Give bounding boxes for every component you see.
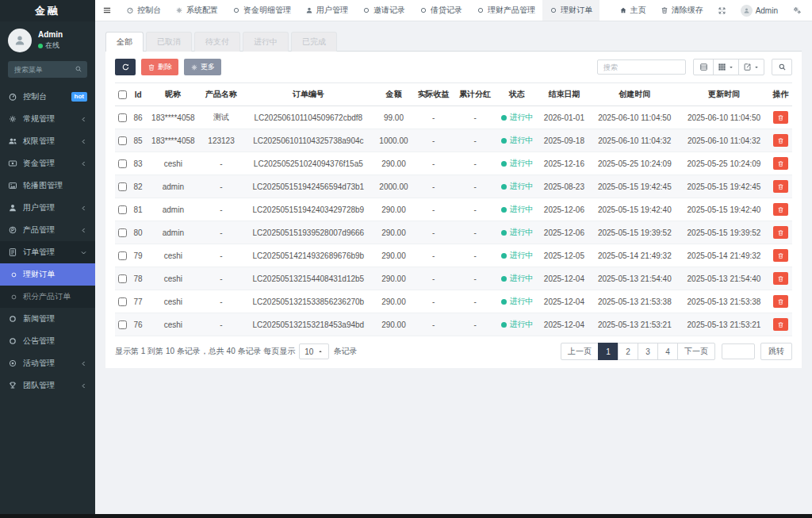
- page-size-select[interactable]: 10: [299, 343, 329, 359]
- clear-cache-link[interactable]: 清除缓存: [653, 0, 710, 21]
- status-tab[interactable]: 全部: [105, 32, 144, 52]
- cell-nickname: ceshi: [146, 244, 201, 267]
- topnav-item[interactable]: 理财订单: [542, 0, 599, 21]
- sidebar-item[interactable]: 团队管理: [0, 374, 95, 397]
- sidebar-item[interactable]: 权限管理: [0, 130, 95, 152]
- menu-icon: [102, 6, 112, 15]
- delete-row-button[interactable]: [773, 157, 788, 170]
- table-toolbar-right: [597, 59, 792, 75]
- cell-order-no: LC202505251024094376f15a5: [242, 152, 374, 175]
- sidebar-item[interactable]: 公告管理: [0, 330, 95, 352]
- delete-row-button[interactable]: [773, 180, 788, 193]
- topnav-item[interactable]: 系统配置: [168, 0, 225, 21]
- gear-icon: [190, 63, 198, 71]
- row-checkbox[interactable]: [118, 297, 127, 306]
- fullscreen-toggle-button[interactable]: [710, 0, 733, 21]
- sidebar-item[interactable]: 新闻管理: [0, 308, 95, 330]
- row-checkbox[interactable]: [118, 274, 127, 283]
- compress-icon: [718, 6, 726, 15]
- sidebar-item[interactable]: 轮播图管理: [0, 175, 95, 197]
- sidebar-subitem[interactable]: 理财订单: [0, 263, 95, 286]
- more-button[interactable]: 更多: [184, 59, 221, 75]
- status-tab[interactable]: 已取消: [146, 32, 192, 52]
- table-header-row: Id昵称产品名称订单编号金额实际收益累计分红状态结束日期创建时间更新时间操作: [115, 83, 792, 106]
- cogs-icon: [792, 6, 802, 15]
- cell-id: 79: [130, 244, 146, 267]
- cell-order-no: LC202506101104509672cbdf8: [242, 106, 374, 129]
- prev-page-button[interactable]: 上一页: [561, 343, 599, 360]
- sidebar-item[interactable]: 控制台hot: [0, 86, 95, 108]
- status-dot: [501, 207, 507, 213]
- cell-order-no: LC202505151939528007d9666: [242, 221, 374, 244]
- topnav-item[interactable]: 用户管理: [298, 0, 355, 21]
- cell-id: 86: [130, 106, 146, 129]
- page-number-button[interactable]: 1: [598, 343, 619, 360]
- sidebar-item[interactable]: 常规管理: [0, 108, 95, 130]
- column-header: 实际收益: [412, 83, 454, 106]
- search-button[interactable]: [772, 59, 792, 75]
- topnav-item[interactable]: 控制台: [119, 0, 168, 21]
- status-tab[interactable]: 已完成: [291, 32, 337, 52]
- cell-status: 进行中: [496, 221, 538, 244]
- topnav-item[interactable]: 资金明细管理: [225, 0, 298, 21]
- page-number-button[interactable]: 3: [638, 343, 658, 360]
- delete-row-button[interactable]: [773, 272, 788, 285]
- user-icon: [743, 7, 750, 14]
- row-checkbox[interactable]: [118, 320, 127, 329]
- topnav-item[interactable]: 邀请记录: [355, 0, 412, 21]
- row-checkbox[interactable]: [118, 113, 127, 122]
- sidebar-toggle-button[interactable]: [95, 0, 119, 21]
- delete-row-button[interactable]: [773, 318, 788, 331]
- sidebar-item[interactable]: 活动管理: [0, 352, 95, 374]
- row-checkbox[interactable]: [118, 205, 127, 214]
- sidebar-item[interactable]: 订单管理: [0, 241, 95, 263]
- delete-button[interactable]: 删除: [141, 59, 178, 75]
- delete-row-button[interactable]: [773, 295, 788, 308]
- cell-nickname: admin: [146, 198, 201, 221]
- export-button[interactable]: [738, 59, 764, 75]
- delete-row-button[interactable]: [773, 134, 788, 147]
- topnav-item[interactable]: 借贷记录: [412, 0, 469, 21]
- pagination: 显示第 1 到第 10 条记录，总共 40 条记录 每页显示 10 条记录 上一…: [115, 343, 792, 360]
- delete-row-button[interactable]: [773, 203, 788, 216]
- sidebar-item[interactable]: 产品管理: [0, 219, 95, 241]
- row-checkbox[interactable]: [118, 182, 127, 191]
- status-label: 进行中: [510, 158, 534, 169]
- topnav-item[interactable]: 理财产品管理: [469, 0, 542, 21]
- cell-amount: 290.00: [374, 244, 412, 267]
- status-tab[interactable]: 待支付: [194, 32, 240, 52]
- delete-row-button[interactable]: [773, 249, 788, 262]
- page-jump-input[interactable]: [722, 343, 755, 359]
- row-checkbox[interactable]: [118, 228, 127, 237]
- toggle-view-button[interactable]: [693, 59, 714, 75]
- home-link[interactable]: 主页: [612, 0, 653, 21]
- select-all-checkbox[interactable]: [118, 90, 127, 99]
- row-checkbox[interactable]: [118, 251, 127, 260]
- delete-row-button[interactable]: [773, 111, 788, 124]
- status-tab[interactable]: 进行中: [243, 32, 289, 52]
- sidebar-item[interactable]: 用户管理: [0, 197, 95, 219]
- table-search-input[interactable]: [597, 59, 686, 75]
- page-jump-button[interactable]: 跳转: [760, 343, 792, 360]
- sidebar-item[interactable]: 资金管理: [0, 152, 95, 175]
- sidebar-subitem[interactable]: 积分产品订单: [0, 286, 95, 308]
- cell-created-at: 2025-05-15 19:42:40: [590, 198, 680, 221]
- columns-button[interactable]: [713, 59, 739, 75]
- column-header: 结束日期: [538, 83, 590, 106]
- page-number-button[interactable]: 4: [657, 343, 678, 360]
- status-badge: 进行中: [501, 181, 534, 192]
- row-checkbox[interactable]: [118, 136, 127, 145]
- delete-row-button[interactable]: [773, 226, 788, 239]
- row-checkbox[interactable]: [118, 159, 127, 168]
- cell-updated-at: 2025-05-25 10:24:09: [680, 152, 769, 175]
- home-label: 主页: [630, 5, 646, 16]
- next-page-button[interactable]: 下一页: [677, 343, 715, 360]
- app-window: 金融 Admin 在线 控制台hot常规管理权限管理资金管理轮播图管理用户管理产…: [0, 0, 812, 518]
- page-number-button[interactable]: 2: [618, 343, 638, 360]
- page-button-group: 上一页1234下一页: [561, 343, 715, 360]
- cell-order-no: LC202505151942456594d73b1: [242, 175, 374, 198]
- user-menu[interactable]: Admin: [733, 0, 785, 21]
- row-select-cell: [115, 290, 130, 313]
- refresh-button[interactable]: [115, 59, 136, 75]
- settings-menu-button[interactable]: [785, 0, 809, 21]
